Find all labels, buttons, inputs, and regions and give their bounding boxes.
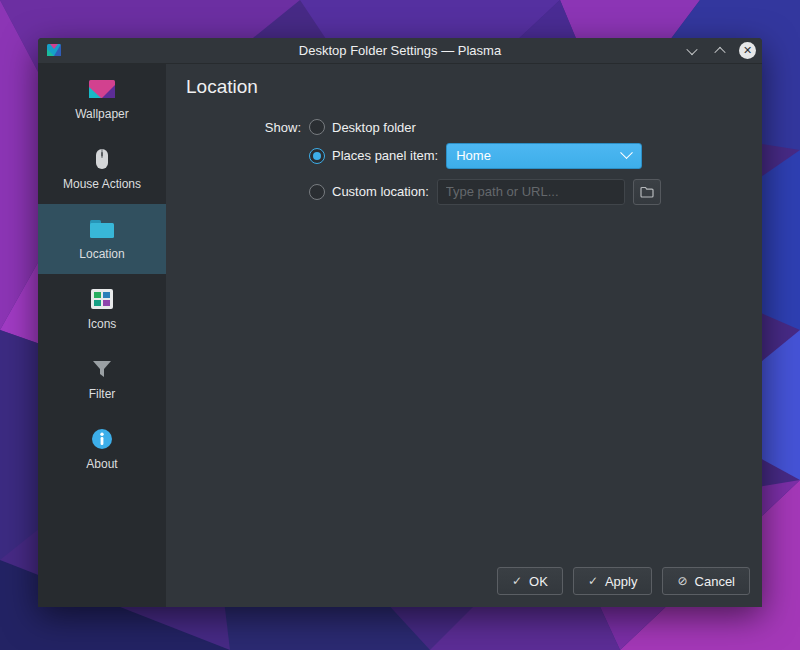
desktop-folder-row: Show: Desktop folder (261, 116, 752, 138)
shade-button[interactable] (683, 42, 701, 60)
close-button[interactable]: ✕ (739, 42, 756, 59)
places-panel-label[interactable]: Places panel item: (332, 148, 438, 163)
maximize-button[interactable] (711, 42, 729, 60)
cancel-button-label: Cancel (695, 574, 735, 589)
mouse-icon (89, 147, 115, 171)
ok-button-label: OK (529, 574, 548, 589)
sidebar-item-wallpaper[interactable]: Wallpaper (38, 64, 166, 134)
window-controls: ✕ (683, 38, 756, 63)
folder-small-icon (640, 186, 654, 198)
custom-location-row: Custom location: (261, 178, 752, 205)
titlebar[interactable]: Desktop Folder Settings — Plasma ✕ (38, 38, 762, 64)
sidebar-item-location[interactable]: Location (38, 204, 166, 274)
window-title: Desktop Folder Settings — Plasma (38, 43, 762, 58)
cancel-button[interactable]: ⊘ Cancel (662, 567, 750, 595)
chevron-up-icon (714, 46, 725, 57)
show-label: Show: (261, 120, 301, 135)
check-icon: ✓ (512, 575, 522, 587)
sidebar-item-label: Icons (88, 317, 117, 331)
chevron-down-icon (686, 43, 697, 54)
page-title: Location (186, 76, 258, 98)
icons-grid-icon (89, 287, 115, 311)
chevron-down-icon (620, 146, 633, 159)
check-icon: ✓ (588, 575, 598, 587)
places-panel-radio[interactable] (309, 148, 325, 164)
sidebar-item-label: Filter (89, 387, 116, 401)
sidebar-item-label: Mouse Actions (63, 177, 141, 191)
sidebar-item-label: Location (79, 247, 124, 261)
apply-button-label: Apply (605, 574, 638, 589)
custom-location-input[interactable] (437, 179, 625, 205)
custom-location-radio[interactable] (309, 184, 325, 200)
places-dropdown[interactable]: Home (446, 143, 642, 169)
browse-folder-button[interactable] (633, 179, 661, 205)
location-settings-page: Location Show: Desktop folder Places pan… (166, 64, 762, 607)
settings-window: Desktop Folder Settings — Plasma ✕ Wallp… (38, 38, 762, 606)
places-panel-row: Places panel item: Home (261, 142, 752, 169)
sidebar-item-filter[interactable]: Filter (38, 344, 166, 414)
sidebar-item-about[interactable]: About (38, 414, 166, 484)
wallpaper-icon (89, 77, 115, 101)
apply-button[interactable]: ✓ Apply (573, 567, 653, 595)
dialog-footer: ✓ OK ✓ Apply ⊘ Cancel (497, 567, 750, 595)
close-icon: ✕ (743, 45, 752, 56)
app-icon (46, 42, 62, 58)
desktop-folder-radio[interactable] (309, 119, 325, 135)
sidebar-item-label: About (86, 457, 117, 471)
ok-button[interactable]: ✓ OK (497, 567, 563, 595)
filter-funnel-icon (89, 357, 115, 381)
desktop-folder-label[interactable]: Desktop folder (332, 120, 416, 135)
sidebar-item-mouse-actions[interactable]: Mouse Actions (38, 134, 166, 204)
custom-location-label[interactable]: Custom location: (332, 184, 429, 199)
cancel-slash-icon: ⊘ (677, 575, 687, 587)
info-icon (89, 427, 115, 451)
sidebar-item-label: Wallpaper (75, 107, 129, 121)
places-dropdown-value: Home (447, 148, 622, 163)
settings-sidebar: Wallpaper Mouse Actions (38, 64, 166, 607)
folder-icon (89, 217, 115, 241)
sidebar-item-icons[interactable]: Icons (38, 274, 166, 344)
